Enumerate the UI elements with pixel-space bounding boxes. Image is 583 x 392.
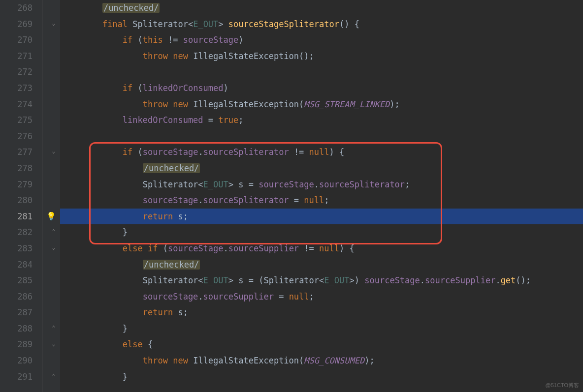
code-token: { (148, 339, 153, 349)
code-token: ( (138, 147, 143, 157)
code-token: ; (183, 211, 188, 221)
code-line[interactable] (60, 64, 583, 80)
code-token (62, 227, 123, 237)
code-token: s (238, 275, 243, 285)
line-number[interactable]: 283 (0, 241, 32, 257)
code-token: Spliterator (143, 275, 198, 285)
fold-slot (37, 353, 60, 369)
code-line[interactable]: Spliterator<E_OUT> s = sourceStage.sourc… (60, 177, 583, 193)
line-number[interactable]: 290 (0, 353, 32, 369)
code-token: > (228, 275, 238, 285)
code-line[interactable]: Spliterator<E_OUT> s = (Spliterator<E_OU… (60, 272, 583, 289)
code-token: sourceStage (143, 292, 198, 302)
fold-slot (37, 224, 60, 241)
code-line[interactable]: return s; (60, 304, 583, 321)
code-token: sourceStage (183, 35, 239, 45)
line-number[interactable]: 282 (0, 224, 32, 241)
code-line[interactable]: return s; (60, 209, 583, 225)
code-token (62, 260, 143, 270)
code-editor[interactable]: 2682692702712722732742752762772782792802… (0, 0, 583, 392)
code-token: else if (123, 243, 163, 253)
fold-slot (37, 369, 60, 385)
code-token: s (178, 211, 183, 221)
line-number[interactable]: 275 (0, 112, 32, 128)
code-token: sourceSpliterator (203, 147, 289, 157)
code-token: sourceStage (143, 195, 198, 205)
line-number[interactable]: 288 (0, 321, 32, 337)
code-line[interactable]: final Spliterator<E_OUT> sourceStageSpli… (60, 16, 583, 32)
code-token (62, 51, 143, 61)
line-number[interactable]: 276 (0, 128, 32, 145)
code-line[interactable]: } (60, 224, 583, 241)
line-number[interactable]: 277 (0, 144, 32, 160)
line-number[interactable]: 285 (0, 272, 32, 289)
line-number[interactable]: 269 (0, 16, 32, 32)
code-token: ( (138, 83, 143, 93)
code-line[interactable]: linkedOrConsumed = true; (60, 112, 583, 128)
code-token: = (244, 180, 259, 189)
code-area[interactable]: /unchecked/ final Spliterator<E_OUT> sou… (60, 0, 583, 392)
code-token: > (228, 180, 238, 189)
code-line[interactable]: throw new IllegalStateException(MSG_CONS… (60, 353, 583, 369)
code-token: } (123, 324, 128, 333)
code-token: s (238, 180, 243, 189)
line-number[interactable]: 271 (0, 48, 32, 64)
code-token: != (163, 35, 183, 45)
code-line[interactable]: /unchecked/ (60, 160, 583, 177)
code-token (62, 356, 143, 365)
code-line[interactable]: sourceStage.sourceSupplier = null; (60, 289, 583, 305)
fold-slot (37, 160, 60, 177)
line-number[interactable]: 286 (0, 289, 32, 305)
code-token: != (289, 147, 309, 157)
code-line[interactable]: } (60, 321, 583, 337)
code-token: /unchecked/ (143, 260, 200, 270)
code-token: sourceStage (168, 243, 224, 253)
code-line[interactable]: else { (60, 336, 583, 353)
code-token: null (319, 243, 339, 253)
code-token: E_OUT (203, 180, 228, 189)
fold-column[interactable]: ⌄⌄💡⌃⌄⌃⌄⌃ (37, 0, 60, 392)
code-line[interactable]: /unchecked/ (60, 0, 583, 16)
code-token (62, 35, 123, 45)
code-token: ( (163, 243, 168, 253)
line-number[interactable]: 284 (0, 257, 32, 273)
code-token: ) { (339, 243, 355, 253)
fold-slot (37, 96, 60, 113)
fold-slot (37, 112, 60, 128)
line-number[interactable]: 268 (0, 0, 32, 16)
fold-slot (37, 289, 60, 305)
code-line[interactable] (60, 128, 583, 145)
code-token (62, 275, 143, 285)
code-token: null (304, 195, 324, 205)
code-line[interactable]: throw new IllegalStateException(); (60, 48, 583, 64)
line-number-gutter[interactable]: 2682692702712722732742752762772782792802… (0, 0, 37, 392)
line-number[interactable]: 274 (0, 96, 32, 113)
code-line[interactable]: if (linkedOrConsumed) (60, 80, 583, 96)
code-line[interactable]: else if (sourceStage.sourceSupplier != n… (60, 241, 583, 257)
code-token: sourceSupplier (425, 275, 495, 285)
line-number[interactable]: 270 (0, 32, 32, 48)
line-number[interactable]: 287 (0, 304, 32, 321)
line-number[interactable]: 272 (0, 64, 32, 80)
line-number[interactable]: 289 (0, 336, 32, 353)
code-line[interactable]: /unchecked/ (60, 257, 583, 273)
line-number[interactable]: 278 (0, 160, 32, 177)
code-token (62, 372, 123, 382)
line-number[interactable]: 273 (0, 80, 32, 96)
line-number[interactable]: 281 (0, 209, 32, 225)
fold-slot (37, 257, 60, 273)
line-number[interactable]: 280 (0, 192, 32, 209)
code-token: IllegalStateException (193, 51, 299, 61)
line-number[interactable]: 291 (0, 369, 32, 385)
code-line[interactable]: if (this != sourceStage) (60, 32, 583, 48)
code-line[interactable]: throw new IllegalStateException(MSG_STRE… (60, 96, 583, 113)
code-line[interactable]: } (60, 369, 583, 385)
line-number[interactable]: 279 (0, 177, 32, 193)
code-token: linkedOrConsumed (123, 115, 203, 125)
code-token (62, 324, 123, 333)
code-token: IllegalStateException (193, 356, 299, 365)
code-token (62, 83, 123, 93)
code-line[interactable]: if (sourceStage.sourceSpliterator != nul… (60, 144, 583, 160)
code-line[interactable]: sourceStage.sourceSpliterator = null; (60, 192, 583, 209)
code-token: ; (309, 292, 314, 302)
